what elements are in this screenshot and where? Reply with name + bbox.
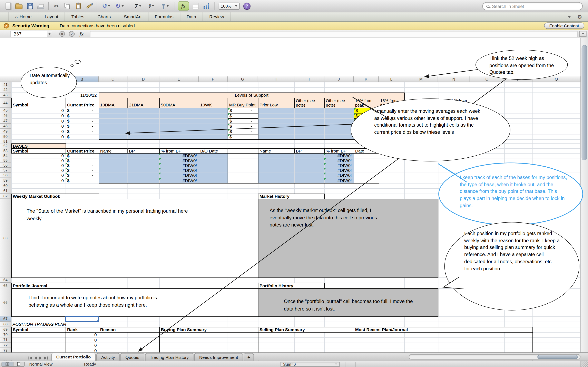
autosum-button[interactable]: Σ [132,1,144,11]
row-header-58[interactable]: 58 [0,173,11,178]
gear-icon[interactable]: ⚙ [577,14,582,20]
cell-E53[interactable]: % from BP [159,148,199,154]
column-header-K[interactable]: K [354,76,379,82]
sheet-tab-current-portfolio[interactable]: Current Portfolio [52,353,96,361]
cell-G53[interactable] [228,148,259,154]
row-header-64[interactable]: 64 [0,277,11,283]
row-header-65[interactable]: 65 [0,283,11,289]
name-box-stepper[interactable] [47,31,52,37]
cell-A54[interactable]: 0 [11,153,66,158]
cell-G48[interactable]: $- [228,124,259,129]
redo-button[interactable]: ↻ [113,1,126,11]
undo-button[interactable]: ↺ [100,1,112,11]
row-header-56[interactable]: 56 [0,163,11,168]
open-icon[interactable] [14,1,24,11]
row-header-46[interactable]: 46 [0,113,11,118]
cell-D53[interactable]: BP [127,148,160,154]
cell-E44[interactable]: 50DMA [159,98,199,108]
help-button[interactable]: ? [242,1,252,11]
cell-A66[interactable]: I find it important to write up notes ab… [11,288,258,317]
cancel-entry-button[interactable]: ✕ [59,31,65,37]
cell-A55[interactable]: 0 [11,158,66,163]
row-header-53[interactable]: 53 [0,148,11,153]
callout-thought[interactable]: Date automatically updates [21,67,77,98]
sheet-tab-quotes[interactable]: Quotes [121,353,144,361]
cell-A69[interactable]: Symbol [11,327,66,333]
cell-A49[interactable]: 0 [11,129,66,134]
cell-C69[interactable]: Reason [99,327,160,333]
row-header-67[interactable]: 67 [0,317,11,322]
row-header-71[interactable]: 71 [0,337,11,343]
cell-A48[interactable]: 0 [11,124,66,129]
cell-K44[interactable]: 10% from peak [354,98,379,108]
cell-A65[interactable]: Portfolio Journal [11,283,99,289]
cell-B44[interactable]: Current Price [66,98,99,108]
cell-J53[interactable]: % from BP [324,148,354,154]
column-header-G[interactable]: G [228,76,258,82]
cell-B69[interactable]: Rank [66,327,99,333]
ribbon-tab-review[interactable]: Review [203,12,231,21]
column-header-E[interactable]: E [159,76,199,82]
selection-B67[interactable] [65,316,99,322]
cell-A45[interactable]: 0 [11,108,66,114]
cell-G45[interactable]: $- [228,108,259,114]
insert-function-fx-icon[interactable]: fx [79,31,84,37]
cell-J57[interactable]: #DIV/0! [324,168,354,173]
row-header-49[interactable]: 49 [0,129,11,134]
ribbon-tab-formulas[interactable]: Formulas [148,12,180,21]
cell-E58[interactable]: #DIV/0! [159,173,199,178]
sort-button[interactable]: AZ [145,1,158,11]
cell-I44[interactable]: Other (see note) [294,98,325,108]
row-header-52[interactable]: 52 [0,143,11,148]
row-header-47[interactable]: 47 [0,118,11,124]
cell-A52[interactable]: BASES [11,143,66,149]
column-header-D[interactable]: D [127,76,159,82]
previous-sheet-button[interactable] [35,357,37,360]
cell-B54[interactable]: $- [66,153,99,158]
ribbon-tab-layout[interactable]: Layout [38,12,65,21]
row-header-60[interactable]: 60 [0,183,11,188]
ribbon-tab-charts[interactable]: Charts [91,12,117,21]
column-header-M[interactable]: M [404,76,438,82]
cell-B71[interactable]: 0 [66,337,99,343]
cell-J55[interactable]: #DIV/0! [324,158,354,163]
cell-B46[interactable]: $- [66,113,99,119]
cell-B72[interactable]: 0 [66,343,99,349]
cell-H66[interactable]: Once the "portfolio journal" cell become… [258,288,438,317]
horizontal-scroll-thumb[interactable] [537,355,578,359]
cell-B56[interactable]: $- [66,163,99,168]
row-header-70[interactable]: 70 [0,332,11,337]
print-icon[interactable] [35,1,46,11]
cell-D44[interactable]: 21DMA [127,98,160,108]
callout-averages[interactable]: I manually enter the moving averages eac… [351,99,510,161]
callout-high52[interactable]: I link the 52 week high as positions are… [476,50,568,80]
cell-E57[interactable]: #DIV/0! [159,168,199,173]
column-header-J[interactable]: J [324,76,354,82]
sheet-tab-activity[interactable]: Activity [96,353,120,361]
cell-J54[interactable]: #DIV/0! [324,153,354,158]
row-header-57[interactable]: 57 [0,168,11,173]
cell-H62[interactable]: Market History [258,194,325,200]
row-header-61[interactable]: 61 [0,188,11,194]
cell-G50[interactable]: $- [228,134,259,140]
cell-E56[interactable]: #DIV/0! [159,163,199,168]
cell-B53[interactable]: Current Price [66,148,99,154]
cell-A46[interactable]: 0 [11,113,66,119]
cell-B43[interactable]: 11/10/12 [66,92,99,98]
new-document-icon[interactable] [3,1,13,11]
column-header-N[interactable]: N [438,76,470,82]
cell-A62[interactable]: Weekly Market Outlook [11,194,99,200]
cell-A58[interactable]: 0 [11,173,66,178]
row-header-72[interactable]: 72 [0,343,11,348]
cell-G49[interactable]: $- [228,129,259,134]
first-sheet-button[interactable] [29,357,32,360]
cell-A50[interactable]: 0 [11,134,66,140]
accept-entry-button[interactable]: ✓ [69,31,75,37]
cell-A47[interactable]: 0 [11,118,66,124]
collapse-ribbon-chevron-icon[interactable] [568,16,571,18]
cell-F44[interactable]: 10WK [199,98,228,108]
cell-J44[interactable]: Other (see note) [324,98,354,108]
next-sheet-button[interactable] [39,357,42,360]
insert-function-button[interactable]: fx [178,1,189,10]
copy-icon[interactable] [62,1,72,11]
